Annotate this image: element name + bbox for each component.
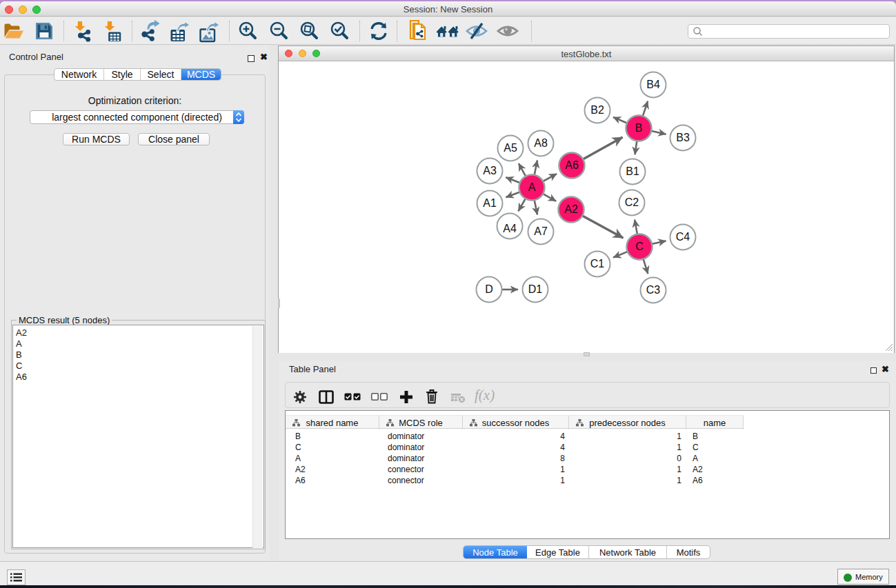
svg-text:C4: C4 [676, 231, 690, 243]
svg-text:A3: A3 [483, 165, 497, 176]
svg-text:C1: C1 [590, 258, 605, 270]
svg-text:B1: B1 [626, 165, 639, 177]
svg-text:A: A [528, 181, 536, 193]
svg-text:A5: A5 [504, 142, 517, 154]
svg-text:A6: A6 [565, 159, 579, 171]
svg-text:B4: B4 [646, 79, 660, 90]
svg-text:A1: A1 [483, 197, 497, 209]
svg-text:C3: C3 [646, 284, 661, 296]
svg-text:D1: D1 [528, 283, 543, 295]
svg-text:D: D [485, 283, 493, 295]
svg-text:A8: A8 [534, 137, 548, 149]
svg-text:C: C [635, 241, 644, 252]
svg-text:B2: B2 [590, 104, 604, 116]
svg-text:A4: A4 [503, 223, 517, 234]
svg-text:A7: A7 [534, 225, 548, 237]
svg-text:B3: B3 [676, 132, 690, 143]
svg-text:C2: C2 [625, 196, 639, 208]
svg-text:B: B [635, 122, 643, 134]
svg-text:A2: A2 [564, 203, 578, 215]
